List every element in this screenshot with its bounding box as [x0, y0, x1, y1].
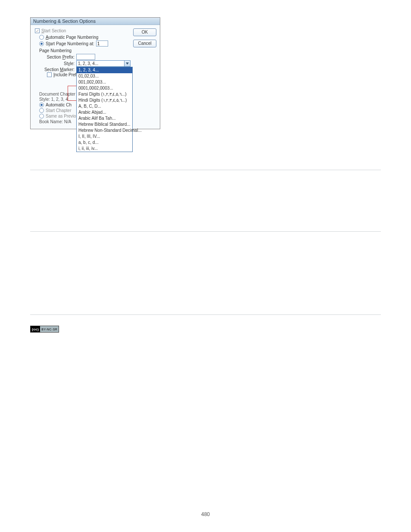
style-option[interactable]: 01,02,03...: [77, 73, 132, 79]
same-as-previous-label: Same as Previo: [46, 114, 76, 118]
style-option[interactable]: i, ii, iii, iv...: [77, 146, 132, 152]
style-option[interactable]: 001,002,003...: [77, 79, 132, 85]
start-page-number-input[interactable]: [96, 40, 108, 47]
style-dropdown-list: 1, 2, 3, 4... 01,02,03... 001,002,003...…: [76, 67, 133, 152]
page-numbering-heading: Page Numbering: [39, 48, 131, 53]
style-option[interactable]: a, b, c, d...: [77, 140, 132, 146]
same-as-previous-radio[interactable]: [39, 114, 44, 118]
style-option[interactable]: 0001,0002,0003...: [77, 85, 132, 91]
style-option[interactable]: Hindi Digits (١,٢,٣,٤,٥,٦...): [77, 97, 132, 103]
numbering-section-dialog: Numbering & Section Options Start Sectio…: [30, 17, 160, 129]
style-dropdown[interactable]: 1, 2, 3, 4... 1, 2, 3, 4... 01,02,03... …: [76, 60, 131, 67]
style-option[interactable]: Farsi Digits (١,٢,٣,٤,٥,٦...): [77, 91, 132, 97]
divider: [30, 314, 381, 315]
style-option[interactable]: Arabic Alif Ba Tah...: [77, 115, 132, 121]
ok-button[interactable]: OK: [133, 28, 156, 36]
style-option[interactable]: I, II, III, IV...: [77, 134, 132, 140]
start-section-checkbox[interactable]: [35, 28, 40, 33]
auto-page-numbering-radio[interactable]: [39, 35, 44, 40]
automatic-chapter-radio[interactable]: [39, 103, 44, 107]
include-prefix-checkbox[interactable]: [47, 72, 52, 77]
auto-page-numbering-label: Automatic Page Numbering: [46, 35, 98, 40]
cc-icon: (cc): [31, 326, 40, 332]
style-option[interactable]: A, B, C, D...: [77, 103, 132, 109]
start-chapter-radio[interactable]: [39, 108, 44, 113]
start-page-numbering-radio[interactable]: [39, 41, 44, 46]
dialog-title: Numbering & Section Options: [31, 18, 160, 25]
style-option[interactable]: Hebrew Biblical Standard...: [77, 121, 132, 128]
cancel-button[interactable]: Cancel: [133, 40, 156, 47]
style-label: Style:: [43, 61, 75, 66]
style-option[interactable]: Hebrew Non-Standard Decimal...: [77, 128, 132, 134]
cc-text: BY-NC-SR: [40, 328, 59, 331]
start-chapter-label: Start Chapter: [46, 108, 71, 113]
cc-license-badge: (cc) BY-NC-SR: [30, 326, 59, 333]
style-selected-value: 1, 2, 3, 4...: [78, 61, 98, 66]
style-option[interactable]: Arabic Abjad...: [77, 109, 132, 115]
automatic-chapter-label: Automatic Ch: [46, 103, 72, 107]
include-prefix-label: Include Prefix: [53, 72, 80, 77]
section-prefix-input[interactable]: [76, 54, 95, 60]
section-marker-label: Section Marker:: [43, 67, 75, 72]
start-section-label: Start Section: [41, 28, 66, 33]
style-option[interactable]: 1, 2, 3, 4...: [77, 67, 132, 73]
start-page-numbering-label: Start Page Numbering at:: [46, 41, 94, 46]
chevron-down-icon: [124, 61, 130, 66]
section-prefix-label: Section Prefix:: [43, 55, 75, 59]
page-number: 480: [0, 511, 411, 517]
